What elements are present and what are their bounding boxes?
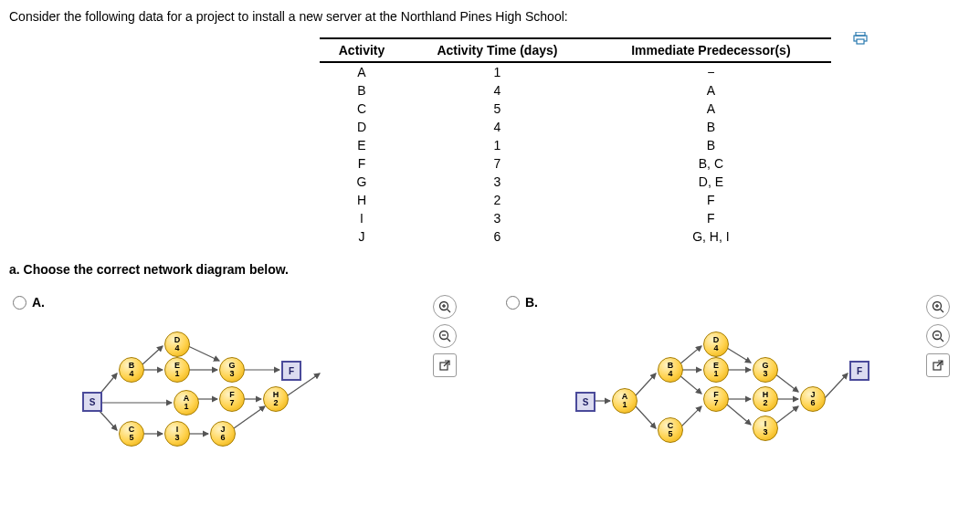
node-J: J6: [210, 421, 236, 447]
table-row: B4A: [320, 81, 831, 100]
node-Fend: F: [849, 361, 869, 381]
cell-pred: B, C: [591, 154, 831, 173]
option-A-text: A.: [32, 295, 45, 310]
option-B: B.: [502, 295, 959, 456]
cell-activity: C: [320, 100, 404, 118]
cell-pred: G, H, I: [591, 227, 831, 246]
node-Fend: F: [281, 361, 301, 381]
radio-A[interactable]: [13, 296, 26, 310]
option-A: A.: [9, 295, 466, 456]
node-A: A1: [612, 388, 638, 414]
svg-line-38: [775, 406, 798, 425]
diagram-B: S A1 B4 C5 D4 E1 F7 G3 H2 I3 J6 F: [575, 319, 877, 456]
node-J: J6: [800, 386, 826, 412]
table-row: A1−: [320, 62, 831, 81]
svg-line-6: [142, 346, 163, 364]
th-pred: Immediate Predecessor(s): [591, 38, 831, 62]
radio-A-label[interactable]: A.: [13, 295, 466, 310]
table-row: G3D, E: [320, 173, 831, 191]
node-C: C5: [658, 417, 683, 443]
svg-line-22: [448, 339, 451, 342]
cell-time: 1: [404, 136, 591, 154]
open-new-icon[interactable]: [926, 353, 950, 377]
cell-pred: B: [591, 118, 831, 136]
cell-time: 7: [404, 154, 591, 173]
cell-time: 4: [404, 118, 591, 136]
th-time: Activity Time (days): [404, 38, 591, 62]
node-F: F7: [219, 386, 245, 412]
cell-time: 6: [404, 227, 591, 246]
table-row: C5A: [320, 100, 831, 118]
cell-time: 5: [404, 100, 591, 118]
cell-time: 1: [404, 62, 591, 81]
zoom-in-icon[interactable]: [926, 295, 950, 319]
radio-B-label[interactable]: B.: [506, 295, 959, 310]
cell-time: 4: [404, 81, 591, 100]
node-D: D4: [164, 331, 190, 357]
node-G: G3: [753, 357, 778, 383]
node-F: F7: [703, 386, 729, 412]
option-B-text: B.: [525, 295, 538, 310]
svg-line-39: [824, 373, 848, 399]
cell-pred: F: [591, 191, 831, 209]
node-I: I3: [164, 421, 190, 447]
svg-line-27: [636, 406, 656, 428]
cell-activity: J: [320, 227, 404, 246]
cell-pred: A: [591, 81, 831, 100]
node-C: C5: [119, 421, 144, 447]
svg-line-5: [99, 410, 117, 430]
cell-pred: D, E: [591, 173, 831, 191]
zoom-out-icon[interactable]: [926, 324, 950, 348]
node-S: S: [82, 392, 102, 412]
node-B: B4: [658, 357, 683, 383]
node-D: D4: [703, 331, 729, 357]
table-row: J6G, H, I: [320, 227, 831, 246]
svg-line-45: [941, 339, 944, 342]
table-row: E1B: [320, 136, 831, 154]
svg-line-30: [680, 375, 701, 394]
node-E: E1: [703, 357, 729, 383]
diagram-A: S B4 A1 C5 D4 E1 F7 G3 H2 I3 J6 F: [82, 319, 384, 456]
cell-activity: G: [320, 173, 404, 191]
cell-pred: B: [591, 136, 831, 154]
zoom-in-icon[interactable]: [433, 295, 457, 319]
svg-line-36: [775, 373, 798, 392]
cell-activity: F: [320, 154, 404, 173]
node-B: B4: [119, 357, 144, 383]
svg-rect-2: [857, 39, 864, 44]
cell-pred: F: [591, 209, 831, 227]
cell-activity: E: [320, 136, 404, 154]
node-S: S: [575, 392, 595, 412]
cell-activity: I: [320, 209, 404, 227]
activity-table: Activity Activity Time (days) Immediate …: [320, 37, 831, 246]
zoom-out-icon[interactable]: [433, 324, 457, 348]
svg-line-10: [188, 346, 219, 361]
svg-line-31: [680, 406, 701, 428]
node-G: G3: [219, 357, 245, 383]
print-icon[interactable]: [853, 32, 868, 45]
table-row: D4B: [320, 118, 831, 136]
question-a: a. Choose the correct network diagram be…: [9, 262, 971, 277]
cell-time: 3: [404, 209, 591, 227]
svg-line-26: [636, 373, 656, 395]
node-H: H2: [263, 386, 289, 412]
node-A: A1: [174, 390, 199, 416]
table-row: I3F: [320, 209, 831, 227]
table-row: F7B, C: [320, 154, 831, 173]
svg-line-32: [727, 348, 751, 363]
open-new-icon[interactable]: [433, 353, 457, 377]
cell-activity: D: [320, 118, 404, 136]
node-I: I3: [753, 416, 778, 441]
cell-activity: H: [320, 191, 404, 209]
node-H: H2: [753, 386, 778, 412]
svg-line-35: [727, 405, 751, 425]
prompt-text: Consider the following data for a projec…: [9, 9, 971, 24]
node-E: E1: [164, 357, 190, 383]
svg-line-18: [448, 310, 451, 313]
activity-table-wrap: Activity Activity Time (days) Immediate …: [320, 37, 831, 246]
table-row: H2F: [320, 191, 831, 209]
svg-line-28: [680, 346, 701, 364]
th-activity: Activity: [320, 38, 404, 62]
cell-time: 3: [404, 173, 591, 191]
radio-B[interactable]: [506, 296, 520, 310]
